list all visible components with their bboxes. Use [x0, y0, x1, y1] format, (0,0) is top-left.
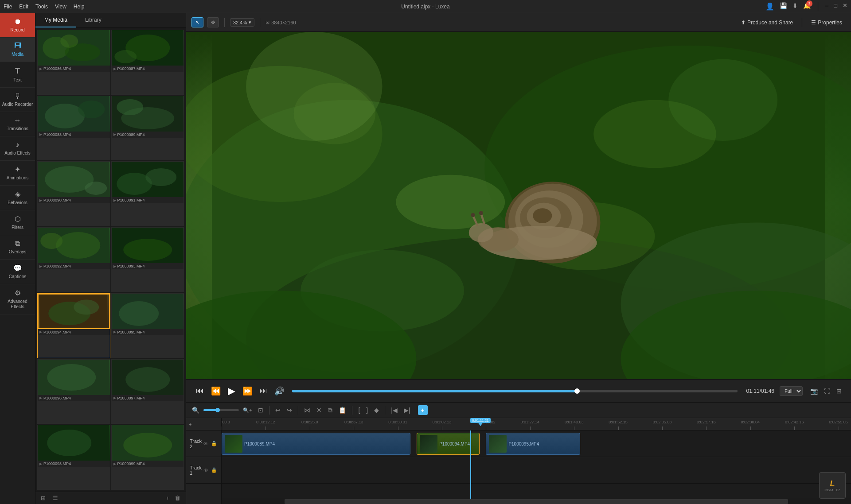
maximize-button[interactable]: □	[834, 2, 837, 11]
track2-header: Track 2 👁 🔒	[186, 430, 221, 457]
sidebar-item-filters[interactable]: ⬡ Filters	[0, 210, 35, 235]
sidebar-item-captions[interactable]: 💬 Captions	[0, 260, 35, 284]
clip-block[interactable]: P1000095.MP4	[486, 433, 580, 455]
notification-button[interactable]: 🔔 3	[803, 2, 811, 11]
delete-clip-button[interactable]: ✕	[314, 405, 324, 415]
timeline-scrollbar-thumb[interactable]	[285, 499, 788, 504]
add-media-button[interactable]: +	[164, 494, 171, 502]
menu-view[interactable]: View	[55, 4, 66, 10]
menu-help[interactable]: Help	[74, 4, 85, 10]
list-item[interactable]: ▶ P1000093.MP4	[111, 227, 184, 292]
menu-file[interactable]: File	[4, 4, 12, 10]
sidebar-item-overlays[interactable]: ⧉ Overlays	[0, 235, 35, 260]
sidebar-item-media[interactable]: 🎞 Media	[0, 38, 35, 62]
volume-button[interactable]: 🔊	[272, 384, 287, 398]
copy-button[interactable]: ⧉	[326, 405, 335, 415]
timeline-area: 🔍 🔍+ ⊡ ↩ ↪ ⋈ ✕ ⧉ 📋 [ ]	[186, 402, 851, 504]
svg-point-61	[479, 211, 483, 215]
clip-block[interactable]: P1000089.MP4	[222, 433, 410, 455]
list-item[interactable]: ▶ P1000097.MP4	[111, 359, 184, 424]
zoom-slider[interactable]	[203, 409, 239, 411]
close-button[interactable]: ✕	[843, 2, 847, 11]
step-forward-button[interactable]: ⏩	[240, 384, 255, 398]
sidebar-item-animations[interactable]: ✦ Animations	[0, 161, 35, 186]
progress-handle[interactable]	[574, 388, 580, 394]
mark-in-button[interactable]: [	[356, 405, 362, 415]
timeline-track-headers: + Track 2 👁 🔒 Track 1	[186, 418, 222, 504]
paste-button[interactable]: 📋	[336, 405, 348, 415]
list-item[interactable]: ▶ P1000092.MP4	[37, 227, 110, 292]
track1-visibility-button[interactable]: 👁	[203, 467, 209, 473]
produce-button[interactable]: ⬆ Produce and Share	[738, 18, 796, 27]
save-button[interactable]: 💾	[780, 2, 787, 11]
list-item[interactable]: ▶ P1000087.MP4	[111, 30, 184, 95]
go-end-button[interactable]: ▶|	[402, 405, 413, 415]
fast-forward-button[interactable]: ⏭	[257, 384, 270, 397]
list-item[interactable]: ▶ P1000088.MP4	[37, 96, 110, 161]
media-filename: P1000088.MP4	[43, 132, 71, 137]
sidebar-item-audio-recorder[interactable]: 🎙 Audio Recorder	[0, 88, 35, 112]
fit-timeline-button[interactable]: ⊡	[256, 405, 265, 415]
account-avatar[interactable]: 👤	[765, 2, 774, 11]
ruler-tick-2	[310, 426, 310, 430]
sidebar-item-transitions[interactable]: ↔ Transitions	[0, 112, 35, 136]
add-track-button[interactable]: +	[418, 405, 428, 415]
move-tool-button[interactable]: ✥	[207, 17, 219, 27]
delete-media-button[interactable]: 🗑	[173, 494, 182, 502]
track1-lock-button[interactable]: 🔒	[211, 467, 218, 473]
list-item[interactable]: ▶ P1000095.MP4	[111, 293, 184, 358]
zoom-in-button[interactable]: 🔍+	[241, 406, 254, 415]
list-item[interactable]: ▶ P1000090.MP4	[37, 161, 110, 226]
media-thumbnail	[112, 228, 184, 263]
zoom-slider-handle[interactable]	[215, 408, 220, 412]
list-item[interactable]: ▶ P1000098.MP4	[37, 425, 110, 490]
redo-button[interactable]: ↪	[285, 405, 294, 415]
list-item[interactable]: ▶ P1000096.MP4	[37, 359, 110, 424]
zoom-out-button[interactable]: 🔍	[190, 405, 202, 415]
mark-out-button[interactable]: ]	[364, 405, 370, 415]
list-item[interactable]: ▶ P1000091.MP4	[111, 161, 184, 226]
zoom-control[interactable]: 32.4% ▾	[230, 18, 254, 27]
list-view-button[interactable]: ☰	[51, 494, 60, 502]
download-button[interactable]: ⬇	[792, 2, 798, 11]
sidebar-item-behaviors[interactable]: ◈ Behaviors	[0, 186, 35, 210]
timeline-scrollbar[interactable]	[222, 499, 851, 504]
go-start-button[interactable]: |◀	[389, 405, 400, 415]
select-tool-button[interactable]: ↖	[191, 17, 203, 27]
minimize-button[interactable]: –	[825, 2, 828, 11]
quality-select[interactable]: Full 1/2 1/4	[780, 386, 803, 396]
sidebar-item-advanced-effects[interactable]: ⚙ Advanced Effects	[0, 284, 35, 314]
undo-button[interactable]: ↩	[273, 405, 283, 415]
clip-thumbnail	[225, 435, 242, 453]
grid-view-button[interactable]: ⊞	[39, 494, 47, 502]
sidebar-item-record[interactable]: ⏺ Record	[0, 13, 35, 38]
tab-library[interactable]: Library	[76, 13, 110, 27]
sidebar-item-text[interactable]: T Text	[0, 62, 35, 88]
track2-visibility-button[interactable]: 👁	[203, 441, 209, 447]
rewind-to-start-button[interactable]: ⏮	[193, 384, 207, 397]
progress-bar[interactable]	[292, 390, 738, 392]
layout-button[interactable]: ⊞	[834, 386, 844, 396]
media-grid-footer: ⊞ ☰ + 🗑	[35, 492, 186, 504]
fullscreen-button[interactable]: ⛶	[822, 386, 832, 396]
properties-button[interactable]: ☰ Properties	[808, 18, 846, 27]
list-item[interactable]: ▶ P1000089.MP4	[111, 96, 184, 161]
play-pause-button[interactable]: ▶	[225, 384, 238, 399]
menu-tools[interactable]: Tools	[35, 4, 48, 10]
ruler-tick-12	[750, 426, 751, 430]
list-item[interactable]: ▶ P1000086.MP4	[37, 30, 110, 95]
clip-thumbnail	[420, 435, 437, 453]
split-button[interactable]: ⋈	[302, 405, 312, 415]
tab-my-media[interactable]: My Media	[35, 13, 76, 27]
track2-lock-button[interactable]: 🔒	[211, 440, 218, 447]
sidebar: ⏺ Record 🎞 Media T Text 🎙 Audio Recorder…	[0, 13, 35, 504]
menu-edit[interactable]: Edit	[19, 4, 28, 10]
list-item[interactable]: ▶ P1000094.MP4	[37, 293, 110, 358]
snapshot-button[interactable]: 📷	[808, 386, 820, 396]
media-filename: P1000098.MP4	[43, 461, 71, 466]
step-back-button[interactable]: ⏪	[208, 384, 223, 398]
media-filename: P1000089.MP4	[117, 132, 145, 137]
list-item[interactable]: ▶ P1000099.MP4	[111, 425, 184, 490]
sidebar-item-audio-effects[interactable]: ♪ Audio Effects	[0, 136, 35, 161]
marker-button[interactable]: ◆	[372, 405, 381, 415]
